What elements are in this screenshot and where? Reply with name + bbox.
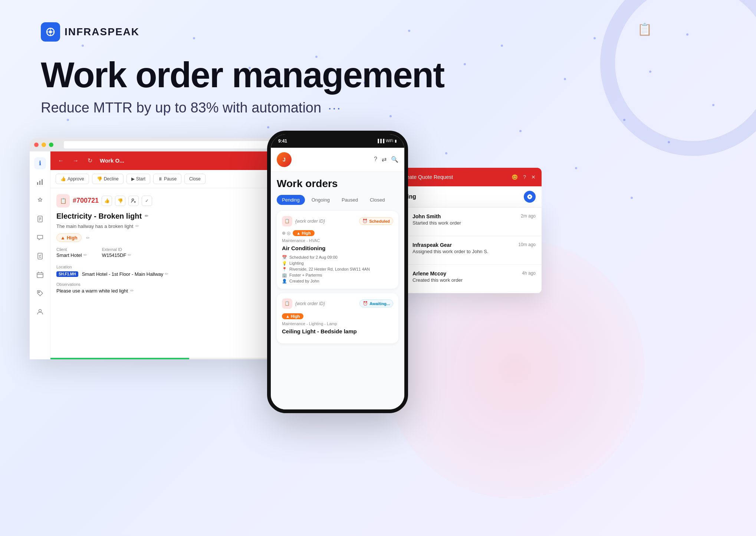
svg-rect-4 [42,179,43,185]
check-btn[interactable]: ✓ [142,196,152,206]
wo-id-number: #700721 [73,197,99,205]
wo-title-text: Electricity - Broken light [56,212,142,220]
phone-notch: 9:41 ▐▐▐ WiFi ▮ [271,134,404,148]
phone-status-icons: ▐▐▐ WiFi ▮ [377,139,397,143]
sidebar-item-calendar[interactable] [34,269,46,281]
svg-point-9 [39,309,41,312]
meta-company: 🏢 Foster + Parterms [282,273,393,278]
tab-closed[interactable]: Closed [365,195,390,205]
dots-accent [328,107,342,110]
wo-card-2-title: Ceiling Light - Bedside lamp [282,328,393,334]
wo-card-1: 📋 {work order ID} ⏰ Scheduled ⊕ ◎ ▲ High [277,211,398,289]
hero-title: Work order management [41,56,756,94]
help-icon-notif[interactable]: ? [523,174,526,180]
phone-screen: 9:41 ▐▐▐ WiFi ▮ J ? ⇄ 🔍 Work orders Pend… [267,131,408,413]
sidebar-item-settings[interactable] [34,195,46,206]
field-row: Client Smart Hotel ✏ External ID W15415D… [56,247,276,258]
close-button[interactable]: Close [184,174,206,184]
priority-edit-icon[interactable]: ✏ [86,235,90,241]
sidebar-item-documents[interactable] [34,213,46,225]
help-icon[interactable]: ? [374,156,377,163]
browser-bar [30,138,282,151]
wo-card-1-header: 📋 {work order ID} ⏰ Scheduled [282,216,393,226]
pause-icon: ⏸ [158,176,162,182]
wo-card-1-maintenance: Maintenance - HVAC [282,238,393,243]
assign-btn[interactable] [128,196,139,206]
obs-edit-icon[interactable]: ✏ [130,288,134,293]
emoji-icon[interactable]: 😊 [512,174,518,180]
desc-edit-icon[interactable]: ✏ [135,223,139,229]
screens-container: ℹ [30,138,756,413]
notif-time-1: 2m ago [521,213,536,219]
ext-id-edit-icon[interactable]: ✏ [128,252,131,258]
thumbs-down-btn[interactable]: 👎 [115,196,125,206]
browser-maximize[interactable] [49,143,53,147]
wo-desc-text: The main hallway has a broken light [56,223,133,229]
sidebar-item-users[interactable] [34,306,46,318]
location-row: Location SH.F1.MH Smart Hotel - 1st Floo… [56,263,276,277]
client-edit-icon[interactable]: ✏ [83,252,87,258]
svg-point-10 [132,199,134,200]
thumbs-up-btn[interactable]: 👍 [102,196,112,206]
obs-value: Please use a warm white led light ✏ [56,288,276,294]
priority-up-icon: ▲ [296,231,300,235]
browser-minimize[interactable] [42,143,46,147]
notif-card-1: John Smith 2m ago Started this work orde… [386,207,542,236]
nav-refresh[interactable]: ↻ [86,156,94,166]
sidebar-item-charts[interactable] [34,176,46,188]
priority-up-icon-2: ▲ [286,314,290,318]
nav-forward[interactable]: → [71,156,80,166]
wo-description: The main hallway has a broken light ✏ [56,223,276,229]
approve-button[interactable]: 👍 Approve [56,174,89,184]
tab-pending[interactable]: Pending [277,195,305,205]
work-order-panel: ← → ↻ Work O... 👍 Approve 👎 Decline [50,151,282,359]
tab-paused[interactable]: Paused [336,195,363,205]
notif-action-1: Started this work order [412,220,536,226]
sidebar-item-chat[interactable] [34,232,46,244]
wo-card-1-meta: 📅 Scheduled for 2 Aug 09:00 💡 Lighting 📍… [282,255,393,284]
notif-ongoing-row: Ongoing [386,186,542,207]
notif-top-icons: 😊 ? ✕ [512,174,536,180]
sidebar-item-info[interactable]: ℹ [34,157,46,169]
wo-body: 📋 #700721 👍 👎 ✓ [50,188,282,358]
search-icon[interactable]: 🔍 [391,156,398,163]
priority-row: ▲ High ✏ [56,233,276,242]
notif-title: Create Quote Request [401,174,453,180]
close-icon-notif[interactable]: ✕ [531,174,536,180]
phone-body: Work orders Pending Ongoing Paused Close… [271,172,404,409]
notif-name-2: Infraspeak Gear 10m ago [412,242,536,248]
svg-rect-3 [39,181,40,185]
lighting-meta-icon: 💡 [282,261,287,266]
signal-icon: ▐▐▐ [377,139,384,143]
decline-button[interactable]: 👎 Decline [92,174,124,184]
notif-name-1: John Smith 2m ago [412,213,536,219]
wo-id-icon: 📋 [56,194,70,207]
meta-location: 📍 Riverside, 22 Hester Rd, London SW11 4… [282,267,393,272]
tab-ongoing[interactable]: Ongoing [306,195,335,205]
ongoing-settings-icon[interactable] [524,191,536,203]
user-meta-icon: 👤 [282,279,287,284]
clock-icon: ⏰ [362,219,368,223]
priority-arrow-icon: ▲ [60,235,65,241]
start-button[interactable]: ▶ Start [126,174,150,184]
company-meta-icon: 🏢 [282,273,287,278]
clock-icon-2: ⏰ [363,301,368,306]
sidebar-item-tags[interactable] [34,287,46,299]
nav-back[interactable]: ← [56,156,65,166]
browser-url-bar[interactable] [64,141,270,148]
location-edit-icon[interactable]: ✏ [165,271,168,277]
wo-id-row: 📋 #700721 👍 👎 ✓ [56,194,276,207]
priority-badge: ▲ High [56,233,82,242]
transfer-icon[interactable]: ⇄ [382,156,387,163]
notif-card-2: Infraspeak Gear 10m ago Assigned this wo… [386,236,542,265]
wo-card-2-header: 📋 {work order ID} ⏰ Awaiting... [282,298,393,309]
sidebar-item-tasks[interactable] [34,250,46,262]
notif-name-3: Arlene Mccoy 4h ago [412,271,536,277]
pause-button[interactable]: ⏸ Pause [153,174,181,184]
client-value: Smart Hotel ✏ [56,252,87,258]
svg-point-8 [38,291,39,292]
browser-close[interactable] [34,143,39,147]
location-meta-icon: 📍 [282,267,287,272]
client-label: Client [56,247,87,252]
title-edit-icon[interactable]: ✏ [145,213,148,219]
